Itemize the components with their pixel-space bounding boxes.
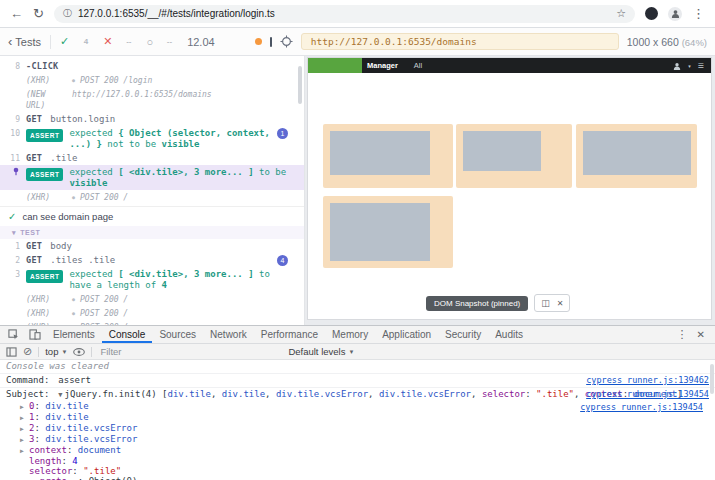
assert-badge: ASSERT <box>26 129 63 142</box>
command-message: body <box>50 241 72 252</box>
command-number: 1 <box>4 241 20 252</box>
network-event-row[interactable]: (XHR)●POST 200 /login <box>0 73 304 87</box>
console-filter-input[interactable] <box>98 345 282 358</box>
network-event-row[interactable]: (XHR)●POST 200 / <box>0 306 304 320</box>
event-tag: (XHR) <box>26 294 68 305</box>
device-toolbar-icon[interactable] <box>24 329 46 340</box>
tab-memory[interactable]: Memory <box>325 326 375 343</box>
page-info-icon[interactable]: ⓘ <box>63 7 72 20</box>
tile[interactable] <box>576 124 697 188</box>
property-separator: : <box>34 423 45 433</box>
console-scrollbar[interactable] <box>710 364 714 394</box>
divider <box>50 35 51 49</box>
object-property-row[interactable]: ▶context: document <box>6 445 709 456</box>
menu-icon[interactable]: ☰ <box>698 62 704 70</box>
caret-collapsed-icon: ▶ <box>20 413 29 423</box>
divider <box>91 347 92 357</box>
test-result-row[interactable]: ✓can see domain page <box>0 206 304 226</box>
object-property-row[interactable]: ▶0: div.tilecypress_runner.js:139454 <box>6 401 709 412</box>
address-url[interactable]: 127.0.0.1:6535/__/#/tests/integration/lo… <box>78 8 275 19</box>
assert-row[interactable]: ASSERTexpected [ <div.tile>, 3 more... ]… <box>0 165 304 190</box>
object-property-row[interactable]: selector: ".tile" <box>6 466 709 476</box>
profile-icon[interactable] <box>668 7 682 21</box>
eye-icon[interactable] <box>73 348 85 356</box>
assert-row[interactable]: 10ASSERTexpected { Object (selector, con… <box>0 126 304 151</box>
assert-row[interactable]: 3ASSERTexpected [ <div.tile>, 3 more... … <box>0 267 304 292</box>
command-row[interactable]: 1GETbody <box>0 239 304 253</box>
reload-icon[interactable]: ↻ <box>33 7 44 20</box>
runner-main: 8-CLICK(XHR)●POST 200 /login(NEW URL)htt… <box>0 56 715 325</box>
auto-scroll-toggle-icon[interactable] <box>270 37 272 47</box>
object-property-row[interactable]: ▶3: div.tile.vcsError <box>6 434 709 445</box>
source-link[interactable]: cypress_runner.js:139462 <box>586 375 709 386</box>
caret-expanded-icon: ▼ <box>58 391 62 399</box>
console-entry[interactable]: Command:assertcypress_runner.js:139462 <box>0 374 715 388</box>
circle-icon: ○ <box>146 36 153 48</box>
clear-console-icon[interactable]: ⊘ <box>23 345 32 358</box>
tile[interactable] <box>323 196 453 268</box>
test-section-header[interactable]: ▾TEST <box>0 226 304 239</box>
tests-label: Tests <box>15 36 41 48</box>
brand-logo[interactable] <box>308 58 362 73</box>
command-row[interactable]: 2GET.tiles .tile4 <box>0 253 304 267</box>
network-event-row[interactable]: (XHR)●POST 200 / <box>0 292 304 306</box>
extension-icon[interactable] <box>645 7 658 20</box>
context-selector[interactable]: top ▼ <box>45 346 67 357</box>
source-link[interactable]: cypress_runner.js:139454 <box>580 402 703 412</box>
command-method: GET <box>26 153 42 164</box>
brand-name[interactable]: Manager <box>367 61 398 70</box>
address-bar[interactable]: ⓘ 127.0.0.1:6535/__/#/tests/integration/… <box>54 5 635 23</box>
test-duration: 12.04 <box>187 36 215 48</box>
property-separator: : <box>67 445 78 455</box>
tab-performance[interactable]: Performance <box>254 326 325 343</box>
back-icon[interactable]: ← <box>10 7 23 20</box>
close-icon[interactable]: ✕ <box>557 299 564 308</box>
aut-url: http://127.0.0.1:6535/domains <box>311 36 477 47</box>
tab-console[interactable]: Console <box>102 326 153 343</box>
tile[interactable] <box>323 124 453 188</box>
inspect-element-icon[interactable] <box>3 329 24 340</box>
tests-back-button[interactable]: ‹ Tests <box>8 35 41 48</box>
tab-network[interactable]: Network <box>203 326 254 343</box>
snapshot-icon[interactable]: ◫ <box>541 298 550 308</box>
source-link[interactable]: cypress_runner.js:139454 <box>586 389 709 400</box>
log-levels-selector[interactable]: Default levels ▼ <box>288 346 354 357</box>
selector-playground-icon[interactable] <box>280 35 293 48</box>
object-property-row[interactable]: ▶1: div.tile <box>6 412 709 423</box>
object-property-row[interactable]: ▶2: div.tile.vcsError <box>6 423 709 434</box>
tab-security[interactable]: Security <box>438 326 488 343</box>
command-method: -CLICK <box>26 61 59 72</box>
status-dot-icon: ● <box>72 308 75 319</box>
property-value: document <box>78 445 121 455</box>
command-row[interactable]: 8-CLICK <box>0 59 304 73</box>
tab-application[interactable]: Application <box>375 326 438 343</box>
command-message: button.login <box>50 114 115 125</box>
devtools-tabs: ElementsConsoleSourcesNetworkPerformance… <box>46 326 530 343</box>
devtools-close-icon[interactable]: ✕ <box>697 329 705 340</box>
console-output: Console was clearedCommand:assertcypress… <box>0 360 715 480</box>
aut-url-bar[interactable]: http://127.0.0.1:6535/domains <box>301 33 619 50</box>
property-separator: : <box>62 456 73 466</box>
network-event-row[interactable]: (XHR)●POST 200 / <box>0 190 304 204</box>
browser-menu-icon[interactable]: ⋮ <box>692 7 705 20</box>
user-icon[interactable] <box>673 62 681 70</box>
property-value: div.tile.vcsError <box>45 434 137 444</box>
reporter-scrollbar[interactable] <box>298 66 302 104</box>
tile[interactable] <box>456 124 572 188</box>
command-row[interactable]: 9GETbutton.login <box>0 112 304 126</box>
network-event-row[interactable]: (XHR)●POST 200 / <box>0 320 304 325</box>
tab-elements[interactable]: Elements <box>46 326 102 343</box>
object-preview-line[interactable]: Subject:▼jQuery.fn.init(4) [div.tile, di… <box>6 389 709 401</box>
bookmark-star-icon[interactable]: ☆ <box>616 7 626 20</box>
log-levels-label: Default levels <box>288 346 345 357</box>
devtools-menu-icon[interactable]: ⋮ <box>677 328 688 341</box>
nav-item-all[interactable]: All <box>414 61 422 70</box>
object-property-row[interactable]: length: 4 <box>6 456 709 466</box>
tab-sources[interactable]: Sources <box>152 326 203 343</box>
network-event-row[interactable]: (NEW URL)http://127.0.0.1:6535/domains <box>0 87 304 112</box>
tab-audits[interactable]: Audits <box>488 326 530 343</box>
assert-message: expected { Object (selector, context, ..… <box>69 128 277 150</box>
console-sidebar-icon[interactable] <box>6 347 17 357</box>
command-row[interactable]: 11GET.tile <box>0 151 304 165</box>
object-property-row[interactable]: ▶__proto__: Object(0) <box>6 476 709 480</box>
